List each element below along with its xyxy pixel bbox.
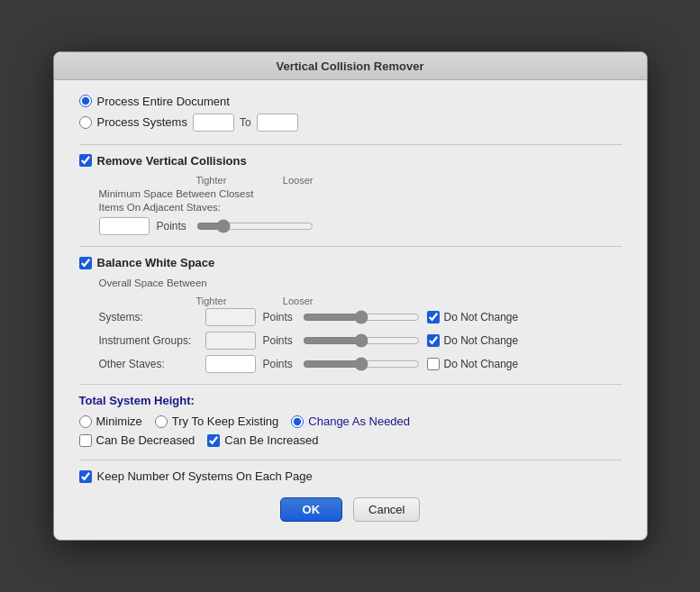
vc-sub-label: Minimum Space Between Closest Items On A… (99, 187, 622, 214)
process-entire-label[interactable]: Process Entire Document (97, 95, 230, 108)
vc-tl-labels: Tighter Looser (196, 175, 314, 186)
keep-systems-row: Keep Number Of Systems On Each Page (79, 469, 622, 483)
bws-ig-dnc-label[interactable]: Do Not Change (444, 334, 519, 347)
balance-whitespace-section: Balance White Space Overall Space Betwee… (79, 256, 622, 373)
bws-ig-dnc-checkbox[interactable] (427, 334, 440, 347)
bws-ig-label: Instrument Groups: (99, 334, 198, 347)
divider-4 (79, 460, 622, 460)
vc-slider[interactable] (196, 220, 314, 232)
bws-tl-labels: Tighter Looser (196, 296, 314, 306)
bws-looser-label: Looser (283, 296, 314, 306)
vc-tighter-label: Tighter (196, 175, 227, 186)
tsh-minimize-label[interactable]: Minimize (96, 414, 142, 428)
tsh-try-keep-item: Try To Keep Existing (155, 414, 279, 428)
keep-systems-label[interactable]: Keep Number Of Systems On Each Page (97, 469, 313, 483)
dialog-vertical-collision-remover: Vertical Collision Remover Process Entir… (53, 51, 648, 542)
bws-systems-dnc: Do Not Change (427, 311, 519, 323)
bws-os-row: Other Staves: 54 Points Do Not Change (99, 355, 622, 373)
remove-collisions-header: Remove Vertical Collisions (79, 154, 622, 168)
bws-ig-row: Instrument Groups: 36 Points Do Not Chan… (99, 332, 622, 350)
balance-whitespace-label[interactable]: Balance White Space (97, 256, 215, 269)
process-to-input[interactable]: 100 (257, 114, 298, 132)
tsh-try-keep-radio[interactable] (155, 415, 168, 428)
bws-systems-label: Systems: (99, 311, 198, 323)
tsh-change-as-needed-label[interactable]: Change As Needed (308, 414, 410, 428)
total-system-height-label: Total System Height: (79, 394, 622, 407)
process-to-label: To (240, 116, 251, 129)
title-bar: Vertical Collision Remover (54, 52, 647, 80)
bws-os-dnc: Do Not Change (427, 358, 519, 370)
dialog-body: Process Entire Document Process Systems … (54, 80, 647, 541)
vc-sub-line1: Minimum Space Between Closest (99, 188, 254, 199)
tsh-try-keep-label[interactable]: Try To Keep Existing (172, 414, 279, 428)
keep-systems-checkbox[interactable] (79, 470, 92, 483)
tsh-can-increase-item: Can Be Increased (207, 433, 318, 447)
bws-ig-dnc: Do Not Change (427, 334, 519, 347)
tsh-change-as-needed-radio[interactable] (291, 415, 304, 428)
process-systems-label[interactable]: Process Systems (97, 115, 187, 129)
tsh-can-decrease-label[interactable]: Can Be Decreased (96, 433, 195, 447)
bws-os-points: Points (263, 358, 295, 370)
balance-whitespace-checkbox[interactable] (79, 257, 92, 269)
bws-tl-header-row: Tighter Looser (99, 296, 622, 306)
remove-collisions-checkbox[interactable] (79, 154, 92, 167)
total-system-height-section: Total System Height: Minimize Try To Kee… (79, 394, 622, 447)
bws-os-dnc-label[interactable]: Do Not Change (444, 358, 519, 370)
process-entire-radio[interactable] (79, 95, 92, 107)
bws-ig-points: Points (263, 334, 295, 347)
bws-os-slider[interactable] (303, 358, 420, 370)
bws-sub-label: Overall Space Between (99, 277, 622, 290)
vc-slider-row: 2 Points (99, 217, 622, 235)
cancel-button[interactable]: Cancel (353, 497, 420, 522)
ok-button[interactable]: OK (280, 497, 343, 522)
tsh-radio-group: Minimize Try To Keep Existing Change As … (79, 414, 622, 428)
process-entire-row: Process Entire Document (79, 95, 622, 108)
bws-systems-dnc-label[interactable]: Do Not Change (444, 311, 519, 323)
vc-points-input[interactable]: 2 (99, 217, 150, 235)
bws-ig-input[interactable]: 36 (205, 332, 256, 350)
bws-tighter-label: Tighter (196, 296, 227, 306)
bws-systems-dnc-checkbox[interactable] (427, 311, 440, 323)
tsh-checkbox-group: Can Be Decreased Can Be Increased (79, 433, 622, 447)
bws-ig-slider[interactable] (303, 334, 420, 347)
bws-systems-row: Systems: 36 Points Do Not Change (99, 308, 622, 326)
tsh-can-increase-label[interactable]: Can Be Increased (224, 433, 318, 447)
tsh-minimize-item: Minimize (79, 414, 142, 428)
bws-os-dnc-checkbox[interactable] (427, 358, 440, 370)
bws-systems-points: Points (263, 311, 295, 323)
remove-collisions-label[interactable]: Remove Vertical Collisions (97, 154, 247, 168)
vc-looser-label: Looser (283, 175, 314, 186)
process-section: Process Entire Document Process Systems … (79, 95, 622, 132)
remove-collisions-section: Remove Vertical Collisions Tighter Loose… (79, 154, 622, 236)
tsh-can-increase-checkbox[interactable] (207, 434, 220, 447)
bws-systems-slider[interactable] (303, 311, 420, 323)
process-systems-row: Process Systems 1 To 100 (79, 114, 622, 132)
tsh-change-as-needed-item: Change As Needed (291, 414, 410, 428)
button-row: OK Cancel (79, 497, 622, 522)
divider-2 (79, 246, 622, 247)
process-from-input[interactable]: 1 (193, 114, 234, 132)
tsh-can-decrease-item: Can Be Decreased (79, 433, 195, 447)
process-systems-radio[interactable] (79, 116, 92, 129)
divider-1 (79, 144, 622, 145)
bws-os-label: Other Staves: (99, 358, 198, 370)
vc-tl-header-row: Tighter Looser (79, 175, 622, 186)
vc-points-label: Points (157, 220, 189, 232)
bws-header: Balance White Space (79, 256, 622, 269)
vc-sub-line2: Items On Adjacent Staves: (99, 202, 222, 213)
divider-3 (79, 384, 622, 385)
tsh-can-decrease-checkbox[interactable] (79, 434, 92, 447)
tsh-minimize-radio[interactable] (79, 415, 92, 428)
bws-os-input[interactable]: 54 (205, 355, 256, 373)
dialog-title: Vertical Collision Remover (276, 59, 423, 73)
bws-systems-input[interactable]: 36 (205, 308, 256, 326)
